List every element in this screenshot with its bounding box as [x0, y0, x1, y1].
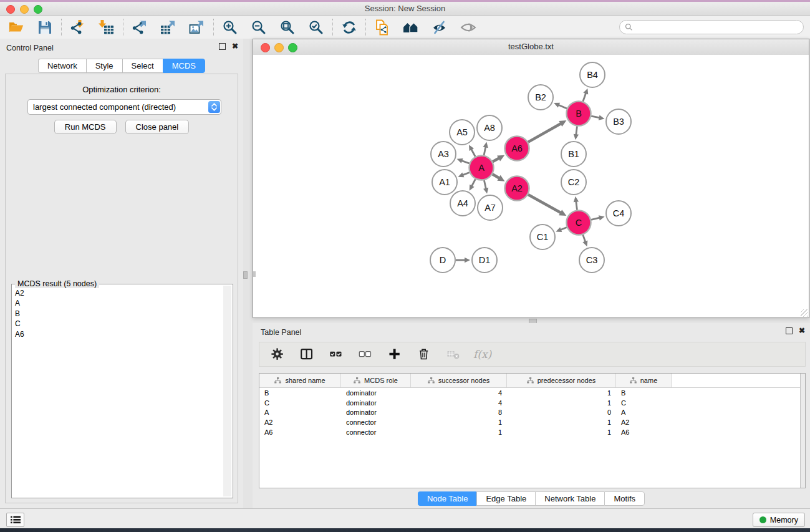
table-settings-icon[interactable]	[268, 346, 287, 363]
graph-node-D[interactable]: D	[430, 248, 455, 273]
birds-eye-icon[interactable]	[458, 18, 478, 37]
graph-node-A3[interactable]: A3	[431, 142, 456, 167]
tab-network-table[interactable]: Network Table	[535, 491, 604, 506]
table-row[interactable]: Cdominator41C	[259, 398, 805, 408]
graph-edge-A6-B[interactable]	[528, 123, 561, 142]
column-header-successor-nodes[interactable]: successor nodes	[411, 374, 507, 387]
import-table-icon[interactable]	[97, 18, 117, 37]
table-row[interactable]: Adominator80A	[259, 408, 805, 418]
close-panel-button[interactable]: Close panel	[125, 120, 190, 134]
open-file-icon[interactable]	[6, 18, 26, 37]
hide-graphics-icon[interactable]	[430, 18, 450, 37]
table-cell[interactable]: C	[259, 399, 341, 407]
table-cell[interactable]: 1	[411, 428, 507, 436]
graph-edge-A-A8[interactable]	[484, 147, 486, 155]
table-cell[interactable]: A2	[616, 418, 672, 426]
table-cell[interactable]: B	[616, 389, 672, 397]
graph-edge-A-A2[interactable]	[493, 174, 500, 178]
graph-edge-B-B1[interactable]	[576, 126, 577, 135]
table-scrollbar[interactable]	[800, 374, 805, 488]
add-column-icon[interactable]	[385, 346, 404, 363]
network-graph[interactable]: B4B2BB3A5A8A6A3AB1A1C2A2A4A7CC4C1C3DD1	[253, 55, 809, 317]
mcds-result-item[interactable]: A	[13, 298, 223, 308]
zoom-fit-icon[interactable]	[277, 18, 297, 37]
graph-edge-A-A4[interactable]	[471, 179, 475, 186]
optimization-criterion-select[interactable]: largest connected component (directed)	[27, 99, 221, 115]
graph-node-C1[interactable]: C1	[530, 225, 555, 249]
graph-node-B2[interactable]: B2	[528, 85, 553, 110]
graph-edge-A-A6[interactable]	[493, 158, 499, 162]
table-cell[interactable]: 4	[411, 399, 507, 407]
table-row[interactable]: A6connector11A6	[259, 427, 805, 437]
tab-select[interactable]: Select	[122, 59, 163, 73]
graph-edge-A2-C[interactable]	[528, 195, 561, 213]
close-panel-icon[interactable]: ✖	[799, 327, 805, 334]
graph-edge-B-B2[interactable]	[558, 105, 567, 109]
table-cell[interactable]: A6	[616, 428, 672, 436]
graph-node-B1[interactable]: B1	[561, 142, 586, 167]
home-icon[interactable]	[401, 18, 421, 37]
column-header-predecessor-nodes[interactable]: predecessor nodes	[507, 374, 616, 387]
close-panel-icon[interactable]: ✖	[232, 43, 238, 50]
table-cell[interactable]: B	[259, 389, 341, 397]
vertical-splitter[interactable]	[243, 39, 253, 508]
select-all-columns-icon[interactable]	[327, 346, 345, 363]
table-row[interactable]: Bdominator41B	[259, 388, 805, 398]
save-session-icon[interactable]	[35, 18, 55, 37]
graph-node-A5[interactable]: A5	[450, 120, 475, 145]
tab-network[interactable]: Network	[38, 59, 86, 73]
export-image-icon[interactable]	[187, 18, 207, 37]
graph-node-A7[interactable]: A7	[478, 195, 503, 220]
export-table-icon[interactable]	[158, 18, 178, 37]
task-history-button[interactable]	[6, 513, 24, 527]
table-cell[interactable]: 4	[411, 389, 507, 397]
tab-mcds[interactable]: MCDS	[163, 59, 205, 73]
graph-node-A6[interactable]: A6	[505, 137, 529, 161]
split-view-icon[interactable]	[297, 346, 316, 363]
table-cell[interactable]: 1	[507, 428, 616, 436]
horizontal-splitter[interactable]	[253, 318, 810, 323]
graph-node-A4[interactable]: A4	[450, 191, 475, 216]
table-cell[interactable]: A6	[259, 428, 341, 436]
table-cell[interactable]: connector	[341, 418, 411, 426]
table-cell[interactable]: 0	[507, 409, 616, 416]
refresh-icon[interactable]	[339, 18, 359, 37]
table-cell[interactable]: A2	[259, 418, 341, 426]
result-scrollbar[interactable]	[223, 286, 231, 496]
mcds-result-item[interactable]: C	[13, 319, 223, 329]
graph-node-A1[interactable]: A1	[432, 170, 457, 195]
memory-button[interactable]: Memory	[753, 513, 805, 527]
mcds-result-item[interactable]: B	[13, 309, 223, 319]
table-cell[interactable]: dominator	[341, 399, 411, 407]
zoom-in-icon[interactable]	[220, 18, 240, 37]
graph-node-C4[interactable]: C4	[606, 201, 631, 226]
graph-edge-A-A3[interactable]	[461, 160, 470, 163]
table-cell[interactable]: 8	[411, 409, 507, 416]
graph-node-B4[interactable]: B4	[580, 62, 605, 87]
table-row[interactable]: A2connector11A2	[259, 417, 805, 427]
table-cell[interactable]: dominator	[341, 389, 411, 397]
graph-edge-C-C2[interactable]	[576, 201, 577, 210]
table-cell[interactable]: 1	[507, 389, 616, 397]
graph-edge-B-B3[interactable]	[591, 116, 600, 118]
table-cell[interactable]: A	[616, 409, 672, 416]
tab-motifs[interactable]: Motifs	[604, 491, 645, 506]
graph-node-A[interactable]: A	[470, 156, 494, 180]
resize-grip-icon[interactable]	[801, 309, 808, 317]
table-cell[interactable]: 1	[411, 418, 507, 426]
graph-edge-A-A1[interactable]	[462, 172, 469, 175]
table-cell[interactable]: 1	[507, 418, 616, 426]
zoom-selected-icon[interactable]	[306, 18, 326, 37]
zoom-out-icon[interactable]	[249, 18, 269, 37]
graph-node-C2[interactable]: C2	[561, 170, 586, 195]
graph-edge-C-C4[interactable]	[591, 218, 600, 220]
export-network-icon[interactable]	[130, 18, 150, 37]
graph-node-D1[interactable]: D1	[472, 248, 497, 273]
mcds-result-item[interactable]: A2	[13, 288, 223, 298]
delete-column-icon[interactable]	[415, 346, 433, 363]
column-header-shared-name[interactable]: shared name	[259, 374, 341, 387]
graph-node-A8[interactable]: A8	[477, 115, 502, 140]
tab-node-table[interactable]: Node Table	[418, 491, 477, 506]
graph-node-B[interactable]: B	[567, 102, 591, 126]
import-network-icon[interactable]	[68, 18, 88, 37]
